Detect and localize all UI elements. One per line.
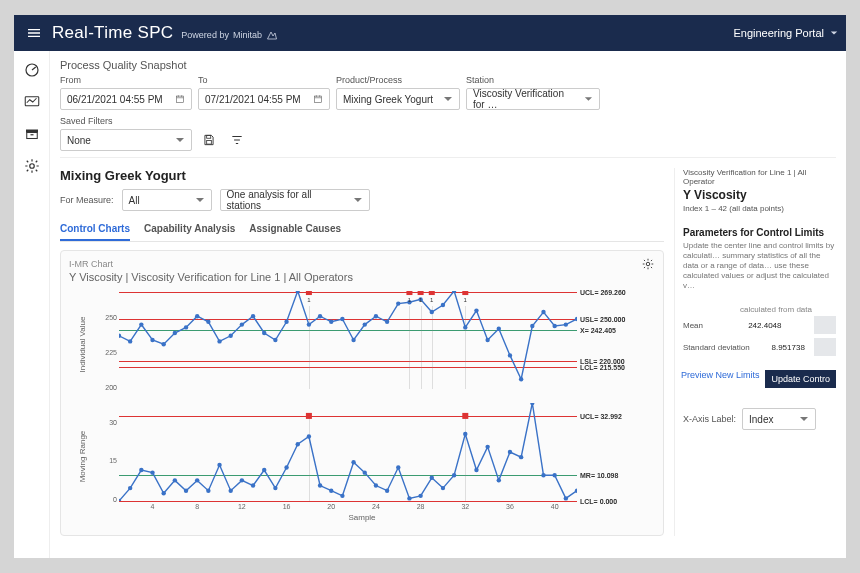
svg-point-31 [351, 338, 355, 342]
sd-input[interactable] [814, 338, 836, 356]
gear-icon[interactable] [23, 157, 41, 175]
svg-point-86 [385, 488, 389, 492]
portal-dropdown[interactable]: Engineering Portal [733, 27, 838, 39]
tab-assignable-causes[interactable]: Assignable Causes [249, 223, 341, 241]
filter-list-button[interactable] [226, 129, 248, 151]
minitab-logo-icon [266, 29, 278, 41]
svg-point-69 [195, 478, 199, 482]
for-measure-label: For Measure: [60, 195, 114, 205]
svg-point-18 [206, 320, 210, 324]
product-process-select[interactable]: Mixing Greek Yogurt [336, 88, 460, 110]
svg-point-97 [508, 450, 512, 454]
archive-icon[interactable] [23, 125, 41, 143]
svg-point-85 [374, 483, 378, 487]
svg-point-46 [519, 377, 523, 381]
svg-rect-54 [406, 291, 412, 295]
svg-point-20 [229, 334, 233, 338]
svg-point-81 [329, 488, 333, 492]
svg-point-65 [150, 470, 154, 474]
measure-select[interactable]: All [122, 189, 212, 211]
svg-point-15 [173, 331, 177, 335]
monitor-chart-icon[interactable] [23, 93, 41, 111]
tabs: Control ChartsCapability AnalysisAssigna… [60, 223, 664, 242]
svg-point-9 [646, 262, 650, 266]
svg-rect-56 [418, 291, 424, 295]
svg-point-96 [497, 478, 501, 482]
tab-capability-analysis[interactable]: Capability Analysis [144, 223, 235, 241]
svg-point-100 [541, 473, 545, 477]
svg-point-21 [240, 322, 244, 326]
mean-input[interactable] [814, 316, 836, 334]
svg-point-38 [430, 310, 434, 314]
svg-point-74 [251, 483, 255, 487]
top-bar: Real-Time SPC Powered by Minitab Enginee… [14, 15, 846, 51]
svg-point-84 [363, 470, 367, 474]
svg-point-32 [363, 322, 367, 326]
svg-point-80 [318, 483, 322, 487]
calendar-icon [175, 94, 185, 104]
svg-rect-5 [177, 96, 184, 102]
svg-point-50 [564, 322, 568, 326]
svg-point-26 [296, 291, 300, 293]
svg-rect-6 [315, 96, 322, 102]
sd-value: 8.951738 [759, 343, 805, 352]
svg-point-70 [206, 488, 210, 492]
x-axis-label-select[interactable]: Index [742, 408, 816, 430]
svg-point-94 [474, 468, 478, 472]
svg-text:1: 1 [464, 297, 468, 303]
svg-point-22 [251, 314, 255, 318]
svg-point-93 [463, 432, 467, 436]
tab-control-charts[interactable]: Control Charts [60, 223, 130, 241]
svg-point-24 [273, 338, 277, 342]
svg-point-99 [530, 403, 534, 405]
svg-point-28 [318, 314, 322, 318]
saved-filters-label: Saved Filters [60, 116, 192, 126]
svg-point-75 [262, 468, 266, 472]
portal-label: Engineering Portal [733, 27, 824, 39]
svg-point-79 [307, 434, 311, 438]
svg-point-67 [173, 478, 177, 482]
svg-point-25 [284, 320, 288, 324]
caret-down-icon [799, 414, 809, 424]
save-filter-button[interactable] [198, 129, 220, 151]
update-control-button[interactable]: Update Contro [765, 370, 836, 388]
svg-rect-105 [462, 413, 468, 419]
svg-point-17 [195, 314, 199, 318]
chart-type-label: I-MR Chart [69, 259, 655, 269]
svg-point-90 [430, 476, 434, 480]
analysis-scope-select[interactable]: One analysis for all stations [220, 189, 370, 211]
svg-point-16 [184, 325, 188, 329]
svg-point-13 [150, 338, 154, 342]
svg-point-27 [307, 322, 311, 326]
menu-icon[interactable] [22, 21, 46, 45]
chart-card: I-MR Chart Y Viscosity | Viscosity Verif… [60, 250, 664, 536]
caret-down-icon [443, 94, 453, 104]
svg-rect-52 [306, 291, 312, 295]
svg-point-73 [240, 478, 244, 482]
station-select[interactable]: Viscosity Verification for … [466, 88, 600, 110]
chart-settings-icon[interactable] [641, 257, 655, 271]
calendar-icon [313, 94, 323, 104]
svg-point-72 [229, 488, 233, 492]
svg-point-66 [161, 491, 165, 495]
svg-point-41 [463, 325, 467, 329]
svg-point-83 [351, 460, 355, 464]
svg-point-91 [441, 486, 445, 490]
svg-point-102 [564, 496, 568, 500]
svg-point-39 [441, 303, 445, 307]
brand-title: Real-Time SPC [52, 23, 173, 43]
from-datetime[interactable]: 06/21/2021 04:55 PM [60, 88, 192, 110]
svg-point-34 [385, 320, 389, 324]
preview-limits-link[interactable]: Preview New Limits [681, 370, 760, 388]
moving-range-plot: Moving Range UCL= 32.992MR= 10.098LCL= 0… [69, 401, 655, 511]
brand: Real-Time SPC Powered by Minitab [52, 23, 733, 43]
svg-point-89 [418, 494, 422, 498]
svg-point-14 [161, 342, 165, 346]
caret-down-icon [353, 195, 363, 205]
saved-filters-select[interactable]: None [60, 129, 192, 151]
svg-point-98 [519, 455, 523, 459]
to-datetime[interactable]: 07/21/2021 04:55 PM [198, 88, 330, 110]
gauge-icon[interactable] [23, 61, 41, 79]
svg-rect-58 [429, 291, 435, 295]
svg-point-23 [262, 331, 266, 335]
